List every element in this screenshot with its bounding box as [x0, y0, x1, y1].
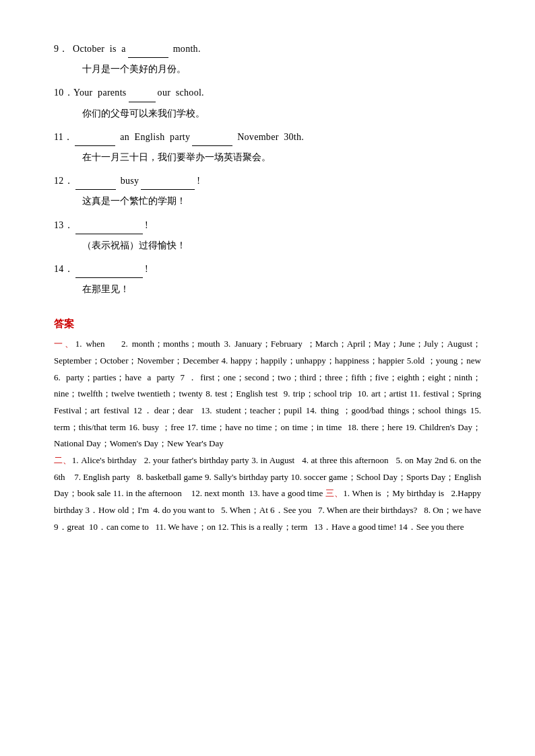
question-12-line: 12． busy ! — [54, 172, 481, 190]
question-13: 13． ! （表示祝福）过得愉快！ — [54, 217, 481, 254]
question-13-line: 13． ! — [54, 217, 481, 234]
answer-title: 答案 — [54, 318, 481, 331]
question-11-line: 11． an English party November 30th. — [54, 129, 481, 146]
q10-num: 10． — [54, 84, 73, 101]
q9-chinese: 十月是一个美好的月份。 — [82, 61, 481, 77]
q12-chinese: 这真是一个繁忙的学期！ — [82, 193, 481, 209]
part3-label: 三、 — [325, 488, 343, 498]
q13-chinese: （表示祝福）过得愉快！ — [82, 237, 481, 254]
q9-blank1 — [128, 40, 168, 58]
question-10: 10． Your parents our school. 你们的父母可以来我们学… — [54, 84, 481, 121]
q11-text1: an English party — [117, 129, 190, 145]
q12-blank2 — [141, 172, 195, 190]
question-14: 14． ! 在那里见！ — [54, 261, 481, 298]
answer-text: 一、1. when 2. month；months；mouth 3. Janua… — [54, 336, 481, 535]
q13-blank1 — [75, 217, 143, 234]
question-12: 12． busy ! 这真是一个繁忙的学期！ — [54, 172, 481, 209]
question-14-line: 14． ! — [54, 261, 481, 278]
answer-section: 答案 一、1. when 2. month；months；mouth 3. Ja… — [54, 318, 481, 535]
q11-blank1 — [75, 129, 115, 146]
part1-label: 一、 — [54, 339, 75, 349]
q12-text2: ! — [197, 172, 200, 189]
q10-blank1 — [129, 84, 156, 102]
q9-num: 9． — [54, 40, 73, 57]
q13-text1: ! — [145, 217, 148, 234]
q14-chinese: 在那里见！ — [82, 281, 481, 298]
question-10-line: 10． Your parents our school. — [54, 84, 481, 102]
q14-text1: ! — [145, 261, 148, 277]
q12-blank1 — [75, 172, 116, 190]
question-11: 11． an English party November 30th. 在十一月… — [54, 129, 481, 166]
q12-text1: busy — [118, 172, 139, 189]
q11-text2: November 30th. — [234, 129, 304, 145]
q11-num: 11． — [54, 129, 73, 145]
q10-text1: Your parents — [73, 84, 127, 101]
part2-label: 二、 — [54, 455, 72, 465]
q11-chinese: 在十一月三十日，我们要举办一场英语聚会。 — [82, 149, 481, 166]
q11-blank2 — [192, 129, 232, 146]
questions-container: 9． October is a month. 十月是一个美好的月份。 10． Y… — [54, 40, 481, 298]
question-9-line: 9． October is a month. — [54, 40, 481, 58]
q10-chinese: 你们的父母可以来我们学校。 — [82, 105, 481, 122]
q14-num: 14． — [54, 261, 73, 277]
q9-text1: October is a — [73, 40, 126, 57]
part1-content: 1. when 2. month；months；mouth 3. January… — [54, 339, 481, 448]
q9-text2: month. — [170, 40, 201, 57]
q13-num: 13． — [54, 217, 73, 234]
question-9: 9． October is a month. 十月是一个美好的月份。 — [54, 40, 481, 77]
q12-num: 12． — [54, 172, 73, 189]
q14-blank1 — [75, 261, 143, 278]
q10-text2: our school. — [158, 84, 204, 101]
